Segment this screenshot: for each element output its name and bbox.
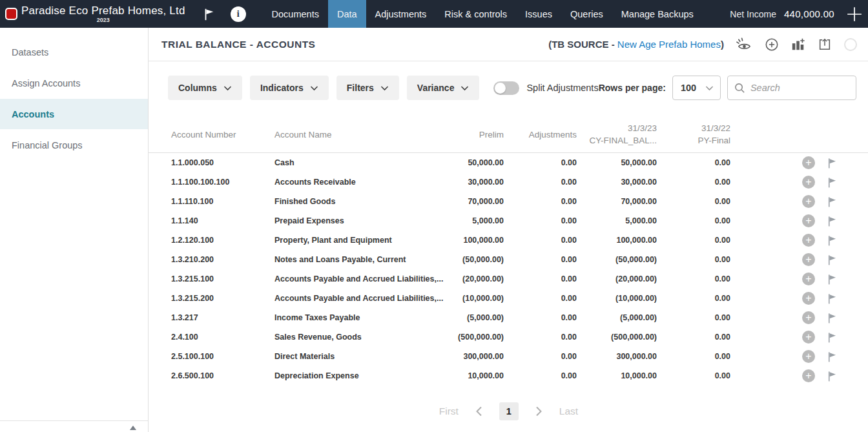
add-adjustment-icon[interactable]: + [802,214,815,227]
account-name-cell: Notes and Loans Payable, Current [274,255,449,264]
table-row[interactable]: 1.1.110.100 Finished Goods 70,000.00 0.0… [149,192,868,211]
pagination-first[interactable]: First [439,406,459,417]
preview-eye-icon[interactable] [736,37,752,52]
nav-data[interactable]: Data [328,0,366,28]
add-adjustment-icon[interactable]: + [802,331,815,344]
flag-icon[interactable] [202,7,216,21]
nav-risk-controls[interactable]: Risk & controls [435,0,516,28]
col-py-final[interactable]: 31/3/22PY-Final [657,122,730,147]
export-icon[interactable] [818,37,832,52]
add-chart-icon[interactable] [791,37,805,52]
flag-icon[interactable] [826,176,838,189]
add-adjustment-icon[interactable]: + [802,273,815,285]
flag-icon[interactable] [826,331,838,344]
pagination-last[interactable]: Last [559,406,578,417]
pagination-page-1[interactable]: 1 [499,402,519,420]
indicators-dropdown[interactable]: Indicators [250,76,329,100]
sidebar-item-assign-accounts[interactable]: Assign Accounts [0,68,148,98]
add-adjustment-icon[interactable]: + [802,156,815,169]
flag-icon[interactable] [826,273,838,285]
split-adjustments-toggle[interactable] [493,81,519,95]
flag-icon[interactable] [826,234,838,247]
sidebar-item-datasets[interactable]: Datasets [0,37,148,67]
table-row[interactable]: 1.3.215.200 Accounts Payable and Accrued… [149,289,868,308]
flag-icon[interactable] [826,293,838,305]
table-row[interactable]: 1.2.120.100 Property, Plant and Equipmen… [149,231,868,250]
prelim-cell: (10,000.00) [449,294,504,303]
flag-icon[interactable] [826,370,838,382]
chevron-right-icon[interactable] [535,406,542,417]
flag-icon[interactable] [826,351,838,363]
search-input[interactable] [750,83,841,93]
add-adjustment-icon[interactable]: + [802,234,815,247]
add-adjustment-icon[interactable]: + [802,253,815,266]
flag-icon[interactable] [826,215,838,227]
col-prelim[interactable]: Prelim [449,129,504,141]
account-name-cell: Accounts Payable and Accrued Liabilities… [274,294,449,303]
table-row[interactable]: 1.1.140 Prepaid Expenses 5,000.00 0.00 5… [149,211,868,231]
nav-manage-backups[interactable]: Manage Backups [612,0,703,28]
add-adjustment-icon[interactable]: + [802,292,815,305]
add-adjustment-icon[interactable]: + [802,350,815,363]
table-row[interactable]: 1.3.215.100 Accounts Payable and Accrued… [149,269,868,289]
table-row[interactable]: 1.1.000.050 Cash 50,000.00 0.00 50,000.0… [149,153,868,172]
table-row[interactable]: 2.4.100 Sales Revenue, Goods (500,000.00… [149,327,868,347]
table-row[interactable]: 1.3.217 Income Taxes Payable (5,000.00) … [149,308,868,327]
nav-adjustments[interactable]: Adjustments [366,0,436,28]
col-cy-final[interactable]: 31/3/23CY-FINAL_BAL... [577,122,657,147]
adjustments-cell: 0.00 [504,352,577,361]
tb-source-link[interactable]: New Age Prefab Homes [617,39,721,50]
table-row[interactable]: 2.5.100.100 Direct Materials 300,000.00 … [149,347,868,366]
account-name-cell: Depreciation Expense [274,371,449,380]
rows-per-page-label: Rows per page: [599,83,666,93]
variance-dropdown-label: Variance [417,83,455,93]
flag-icon[interactable] [826,254,838,266]
table-body: 1.1.000.050 Cash 50,000.00 0.00 50,000.0… [149,153,868,386]
col-adjustments[interactable]: Adjustments [504,129,577,141]
col-account-name[interactable]: Account Name [274,129,449,141]
account-number-cell: 2.6.500.100 [171,371,274,380]
add-circle-icon[interactable] [765,37,779,52]
cy-final-cell: (50,000.00) [577,255,657,264]
table-row[interactable]: 1.3.210.200 Notes and Loans Payable, Cur… [149,250,868,269]
sidebar-item-financial-groups[interactable]: Financial Groups [0,130,148,160]
nav-queries[interactable]: Queries [561,0,612,28]
status-spinner-icon [844,38,857,51]
flag-icon[interactable] [826,312,838,324]
table-row[interactable]: 1.1.100.100.100 Accounts Receivable 30,0… [149,172,868,192]
flag-icon[interactable] [826,196,838,208]
chevron-left-icon[interactable] [475,406,482,417]
account-number-cell: 2.4.100 [171,333,274,342]
nav-documents[interactable]: Documents [263,0,328,28]
py-final-cell: 0.00 [657,333,730,342]
prelim-cell: 300,000.00 [449,352,504,361]
table-row[interactable]: 2.6.500.100 Depreciation Expense 10,000.… [149,366,868,386]
variance-dropdown[interactable]: Variance [407,76,480,100]
col-account-number[interactable]: Account Number [171,129,274,141]
rows-per-page-select[interactable]: 100 [672,76,721,100]
account-name-cell: Income Taxes Payable [274,313,449,322]
flag-icon[interactable] [826,157,838,169]
sidebar-item-accounts[interactable]: Accounts [0,99,148,129]
cy-final-cell: 50,000.00 [577,158,657,167]
prelim-cell: (5,000.00) [449,313,504,322]
prelim-cell: 10,000.00 [449,371,504,380]
add-icon[interactable] [846,6,863,23]
columns-dropdown-label: Columns [178,83,217,93]
nav-issues[interactable]: Issues [516,0,561,28]
prelim-cell: 70,000.00 [449,197,504,206]
add-adjustment-icon[interactable]: + [802,195,815,208]
adjustments-cell: 0.00 [504,274,577,283]
account-number-cell: 2.5.100.100 [171,352,274,361]
add-adjustment-icon[interactable]: + [802,176,815,189]
scroll-up-icon[interactable] [130,426,136,430]
add-adjustment-icon[interactable]: + [802,369,815,382]
chevron-down-icon [223,85,232,91]
columns-dropdown[interactable]: Columns [168,76,242,100]
add-adjustment-icon[interactable]: + [802,311,815,324]
filters-dropdown[interactable]: Filters [336,76,399,100]
main-nav: Documents Data Adjustments Risk & contro… [263,0,703,28]
py-final-cell: 0.00 [657,236,730,245]
account-number-cell: 1.1.110.100 [171,197,274,206]
info-icon[interactable]: i [231,6,246,22]
